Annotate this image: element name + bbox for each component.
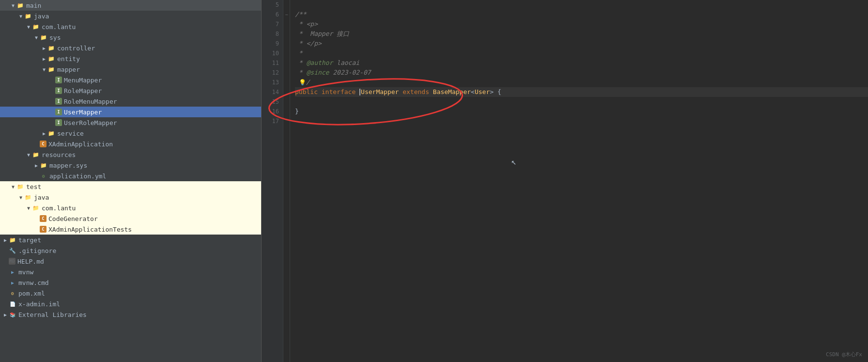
folder-icon-mapper-sys: 📁 xyxy=(40,161,47,169)
label-service: service xyxy=(57,130,261,137)
tree-item-pom-xml[interactable]: ⚙ pom.xml xyxy=(0,288,261,299)
line-num-12: 12 xyxy=(262,68,279,78)
tree-item-com-lantu[interactable]: 📁 com.lantu xyxy=(0,21,261,32)
folder-icon-resources: 📁 xyxy=(32,151,40,158)
label-external-libraries: External Libraries xyxy=(18,311,261,318)
line-num-10: 10 xyxy=(262,48,279,58)
tree-item-service[interactable]: 📁 service xyxy=(0,128,261,139)
arrow-target xyxy=(2,237,9,243)
tree-item-MenuMapper[interactable]: I MenuMapper xyxy=(0,75,261,85)
label-RoleMapper: RoleMapper xyxy=(64,87,261,94)
line-num-14: 14 xyxy=(262,87,279,97)
code-line-9: * </p> xyxy=(295,39,868,48)
label-test: test xyxy=(26,183,261,190)
tree-item-sys[interactable]: 📁 sys xyxy=(0,32,261,43)
folder-icon-entity: 📁 xyxy=(47,55,55,63)
code-line-17 xyxy=(295,116,868,126)
code-line-16: } xyxy=(295,107,868,116)
label-UserRoleMapper: UserRoleMapper xyxy=(64,119,261,126)
label-MenuMapper: MenuMapper xyxy=(64,77,261,84)
folder-icon-service: 📁 xyxy=(47,129,55,137)
tree-item-com-lantu-test[interactable]: 📁 com.lantu xyxy=(0,203,261,213)
gitignore-icon: 🔧 xyxy=(9,247,16,254)
line-num-5: 5 xyxy=(262,0,279,10)
java-icon-XAdminApplication: C xyxy=(40,141,46,147)
code-line-5 xyxy=(295,0,868,10)
arrow-service xyxy=(41,131,47,136)
tree-item-test[interactable]: 📁 test xyxy=(0,181,261,192)
label-XAdminApplication: XAdminApplication xyxy=(48,141,261,148)
java-icon-RoleMenuMapper: I xyxy=(55,98,62,105)
folder-icon-sys: 📁 xyxy=(40,33,47,41)
tree-item-mapper-sys[interactable]: 📁 mapper.sys xyxy=(0,160,261,171)
tree-item-java-test[interactable]: 📁 java xyxy=(0,192,261,203)
label-sys: sys xyxy=(49,34,261,41)
tree-item-entity[interactable]: 📁 entity xyxy=(0,53,261,64)
tree-item-main[interactable]: 📁 main xyxy=(0,0,261,11)
code-line-8: * Mapper 接口 xyxy=(295,29,868,39)
tree-item-mvnw-cmd[interactable]: ▶ mvnw.cmd xyxy=(0,277,261,288)
label-resources: resources xyxy=(42,151,261,158)
code-editor[interactable]: 5 6 7 8 9 10 11 12 13 14 15 16 17 − xyxy=(262,0,868,362)
tree-item-external-libraries[interactable]: 📚 External Libraries xyxy=(0,309,261,320)
tree-item-UserMapper[interactable]: I UserMapper xyxy=(0,107,261,117)
code-line-11: * @author laocai xyxy=(295,58,868,68)
arrow-test xyxy=(10,184,16,189)
label-CodeGenerator: CodeGenerator xyxy=(48,215,261,222)
arrow-sys xyxy=(33,35,40,40)
tree-item-RoleMapper[interactable]: I RoleMapper xyxy=(0,85,261,96)
tree-item-application-yml[interactable]: ⚙ application.yml xyxy=(0,171,261,181)
label-com-lantu: com.lantu xyxy=(42,23,261,31)
java-icon-UserRoleMapper: I xyxy=(55,119,62,126)
tree-item-HELP-md[interactable]: MD HELP.md xyxy=(0,256,261,267)
mvnw-icon: ▶ xyxy=(9,268,16,276)
label-pom-xml: pom.xml xyxy=(18,290,261,297)
label-gitignore: .gitignore xyxy=(18,247,261,254)
label-main: main xyxy=(26,2,261,9)
tree-item-gitignore[interactable]: 🔧 .gitignore xyxy=(0,245,261,256)
label-mapper: mapper xyxy=(57,66,261,73)
file-tree[interactable]: 📁 main 📁 java 📁 com.lantu 📁 sys 📁 contro… xyxy=(0,0,262,362)
java-icon-UserMapper: I xyxy=(55,109,62,115)
label-UserMapper: UserMapper xyxy=(64,109,261,116)
tree-item-target[interactable]: 📁 target xyxy=(0,235,261,245)
folder-icon-test: 📁 xyxy=(16,183,24,190)
watermark: CSDN @木心Fx xyxy=(826,351,862,358)
code-lines: /** * <p> * Mapper 接口 * </p> * * @author… xyxy=(290,0,868,362)
tree-item-RoleMenuMapper[interactable]: I RoleMenuMapper xyxy=(0,96,261,107)
java-icon-CodeGenerator: C xyxy=(40,215,46,222)
tree-item-resources[interactable]: 📁 resources xyxy=(0,149,261,160)
external-libraries-icon: 📚 xyxy=(9,311,16,318)
line-num-6: 6 xyxy=(262,10,279,19)
label-mvnw-cmd: mvnw.cmd xyxy=(18,279,261,286)
md-icon-HELP: MD xyxy=(9,258,16,265)
tree-item-XAdminApplication[interactable]: C XAdminApplication xyxy=(0,139,261,149)
label-HELP-md: HELP.md xyxy=(17,258,261,265)
folder-icon-main: 📁 xyxy=(16,1,24,9)
xml-icon-pom: ⚙ xyxy=(9,289,16,297)
folder-icon-target: 📁 xyxy=(9,236,16,244)
arrow-mapper-sys xyxy=(33,163,40,168)
tree-item-controller[interactable]: 📁 controller xyxy=(0,43,261,53)
iml-icon-x-admin: 📄 xyxy=(9,300,16,308)
label-XAdminApplicationTests: XAdminApplicationTests xyxy=(48,226,261,233)
tree-item-java[interactable]: 📁 java xyxy=(0,11,261,21)
tree-item-mapper[interactable]: 📁 mapper xyxy=(0,64,261,75)
yaml-icon-application-yml: ⚙ xyxy=(40,172,47,180)
line-num-11: 11 xyxy=(262,58,279,68)
tree-item-UserRoleMapper[interactable]: I UserRoleMapper xyxy=(0,117,261,128)
tree-item-x-admin-iml[interactable]: 📄 x-admin.iml xyxy=(0,299,261,309)
tree-item-mvnw[interactable]: ▶ mvnw xyxy=(0,267,261,277)
line-num-17: 17 xyxy=(262,116,279,126)
line-num-16: 16 xyxy=(262,107,279,116)
arrow-com-lantu xyxy=(25,24,32,30)
line-num-8: 8 xyxy=(262,29,279,39)
label-mapper-sys: mapper.sys xyxy=(49,162,261,169)
java-icon-RoleMapper: I xyxy=(55,87,62,94)
folder-icon-mapper: 📁 xyxy=(47,65,55,73)
line-num-7: 7 xyxy=(262,19,279,29)
tree-item-CodeGenerator[interactable]: C CodeGenerator xyxy=(0,213,261,224)
arrow-entity xyxy=(41,56,47,62)
tree-item-XAdminApplicationTests[interactable]: C XAdminApplicationTests xyxy=(0,224,261,235)
label-x-admin-iml: x-admin.iml xyxy=(18,300,261,308)
